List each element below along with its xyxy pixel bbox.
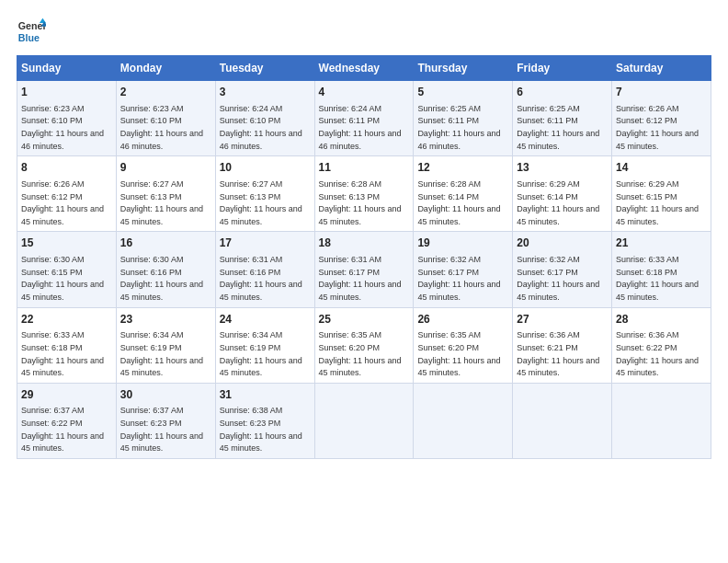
- day-info: Sunrise: 6:26 AMSunset: 6:12 PMDaylight:…: [21, 179, 104, 226]
- day-number: 27: [517, 312, 608, 327]
- day-number: 10: [220, 160, 311, 176]
- logo-icon: General Blue: [17, 17, 46, 46]
- day-info: Sunrise: 6:28 AMSunset: 6:14 PMDaylight:…: [417, 179, 500, 226]
- calendar-header-wednesday: Wednesday: [314, 56, 414, 81]
- logo: General Blue: [17, 17, 46, 46]
- header: General Blue: [17, 17, 711, 46]
- day-number: 7: [616, 85, 707, 100]
- calendar-header-thursday: Thursday: [414, 56, 513, 81]
- day-info: Sunrise: 6:29 AMSunset: 6:15 PMDaylight:…: [616, 179, 699, 226]
- calendar-cell: 24Sunrise: 6:34 AMSunset: 6:19 PMDayligh…: [215, 307, 314, 383]
- calendar-cell: 5Sunrise: 6:25 AMSunset: 6:11 PMDaylight…: [414, 81, 513, 156]
- calendar-cell: 9Sunrise: 6:27 AMSunset: 6:13 PMDaylight…: [116, 156, 215, 232]
- calendar-cell: 2Sunrise: 6:23 AMSunset: 6:10 PMDaylight…: [116, 81, 215, 156]
- day-info: Sunrise: 6:33 AMSunset: 6:18 PMDaylight:…: [616, 255, 699, 302]
- day-number: 14: [616, 160, 707, 176]
- calendar-header-row: SundayMondayTuesdayWednesdayThursdayFrid…: [17, 56, 711, 81]
- day-number: 19: [417, 236, 508, 251]
- calendar-cell: 1Sunrise: 6:23 AMSunset: 6:10 PMDaylight…: [17, 81, 117, 156]
- calendar-header-friday: Friday: [513, 56, 612, 81]
- day-info: Sunrise: 6:31 AMSunset: 6:16 PMDaylight:…: [220, 255, 302, 302]
- calendar-cell: 30Sunrise: 6:37 AMSunset: 6:23 PMDayligh…: [116, 383, 215, 458]
- day-number: 21: [616, 236, 707, 251]
- day-info: Sunrise: 6:30 AMSunset: 6:15 PMDaylight:…: [21, 255, 104, 302]
- calendar-cell: 10Sunrise: 6:27 AMSunset: 6:13 PMDayligh…: [215, 156, 314, 232]
- calendar-cell: 17Sunrise: 6:31 AMSunset: 6:16 PMDayligh…: [215, 232, 314, 307]
- calendar-cell: 21Sunrise: 6:33 AMSunset: 6:18 PMDayligh…: [612, 232, 711, 307]
- day-number: 2: [120, 85, 211, 100]
- page: General Blue SundayMondayTuesdayWednesda…: [0, 0, 728, 563]
- day-number: 8: [21, 160, 112, 176]
- calendar-cell: 29Sunrise: 6:37 AMSunset: 6:22 PMDayligh…: [17, 383, 117, 458]
- calendar-cell: 28Sunrise: 6:36 AMSunset: 6:22 PMDayligh…: [612, 307, 711, 383]
- calendar-cell: 7Sunrise: 6:26 AMSunset: 6:12 PMDaylight…: [612, 81, 711, 156]
- calendar-cell: 18Sunrise: 6:31 AMSunset: 6:17 PMDayligh…: [314, 232, 414, 307]
- day-info: Sunrise: 6:23 AMSunset: 6:10 PMDaylight:…: [21, 104, 104, 151]
- calendar-week-row: 8Sunrise: 6:26 AMSunset: 6:12 PMDaylight…: [17, 156, 711, 232]
- calendar-cell: [612, 383, 711, 458]
- calendar-table: SundayMondayTuesdayWednesdayThursdayFrid…: [17, 55, 711, 459]
- day-info: Sunrise: 6:27 AMSunset: 6:13 PMDaylight:…: [120, 179, 203, 226]
- calendar-cell: 20Sunrise: 6:32 AMSunset: 6:17 PMDayligh…: [513, 232, 612, 307]
- calendar-cell: 6Sunrise: 6:25 AMSunset: 6:11 PMDaylight…: [513, 81, 612, 156]
- day-info: Sunrise: 6:36 AMSunset: 6:22 PMDaylight:…: [616, 330, 699, 377]
- calendar-cell: [513, 383, 612, 458]
- calendar-cell: 4Sunrise: 6:24 AMSunset: 6:11 PMDaylight…: [314, 81, 414, 156]
- calendar-cell: 16Sunrise: 6:30 AMSunset: 6:16 PMDayligh…: [116, 232, 215, 307]
- day-number: 5: [417, 85, 508, 100]
- calendar-week-row: 1Sunrise: 6:23 AMSunset: 6:10 PMDaylight…: [17, 81, 711, 156]
- day-number: 13: [517, 160, 608, 176]
- day-info: Sunrise: 6:30 AMSunset: 6:16 PMDaylight:…: [120, 255, 203, 302]
- calendar-cell: [414, 383, 513, 458]
- day-number: 26: [417, 312, 508, 327]
- day-info: Sunrise: 6:34 AMSunset: 6:19 PMDaylight:…: [120, 330, 203, 377]
- day-number: 18: [319, 236, 410, 251]
- day-number: 16: [120, 236, 211, 251]
- calendar-week-row: 29Sunrise: 6:37 AMSunset: 6:22 PMDayligh…: [17, 383, 711, 458]
- day-number: 29: [21, 387, 112, 403]
- day-info: Sunrise: 6:35 AMSunset: 6:20 PMDaylight:…: [319, 330, 402, 377]
- day-info: Sunrise: 6:23 AMSunset: 6:10 PMDaylight:…: [120, 104, 203, 151]
- day-number: 30: [120, 387, 211, 403]
- day-info: Sunrise: 6:25 AMSunset: 6:11 PMDaylight:…: [417, 104, 500, 151]
- day-number: 22: [21, 312, 112, 327]
- calendar-header-sunday: Sunday: [17, 56, 117, 81]
- day-number: 24: [220, 312, 311, 327]
- day-info: Sunrise: 6:25 AMSunset: 6:11 PMDaylight:…: [517, 104, 599, 151]
- day-number: 25: [319, 312, 410, 327]
- calendar-header-tuesday: Tuesday: [215, 56, 314, 81]
- day-number: 6: [517, 85, 608, 100]
- day-info: Sunrise: 6:36 AMSunset: 6:21 PMDaylight:…: [517, 330, 599, 377]
- calendar-cell: [314, 383, 414, 458]
- day-number: 23: [120, 312, 211, 327]
- day-number: 15: [21, 236, 112, 251]
- svg-text:Blue: Blue: [18, 32, 40, 43]
- calendar-cell: 26Sunrise: 6:35 AMSunset: 6:20 PMDayligh…: [414, 307, 513, 383]
- day-info: Sunrise: 6:31 AMSunset: 6:17 PMDaylight:…: [319, 255, 402, 302]
- calendar-cell: 13Sunrise: 6:29 AMSunset: 6:14 PMDayligh…: [513, 156, 612, 232]
- day-info: Sunrise: 6:34 AMSunset: 6:19 PMDaylight:…: [220, 330, 302, 377]
- calendar-cell: 8Sunrise: 6:26 AMSunset: 6:12 PMDaylight…: [17, 156, 117, 232]
- day-info: Sunrise: 6:24 AMSunset: 6:11 PMDaylight:…: [319, 104, 402, 151]
- calendar-cell: 11Sunrise: 6:28 AMSunset: 6:13 PMDayligh…: [314, 156, 414, 232]
- calendar-cell: 3Sunrise: 6:24 AMSunset: 6:10 PMDaylight…: [215, 81, 314, 156]
- day-number: 28: [616, 312, 707, 327]
- day-info: Sunrise: 6:38 AMSunset: 6:23 PMDaylight:…: [220, 406, 302, 453]
- calendar-week-row: 22Sunrise: 6:33 AMSunset: 6:18 PMDayligh…: [17, 307, 711, 383]
- day-number: 12: [417, 160, 508, 176]
- day-number: 11: [319, 160, 410, 176]
- day-info: Sunrise: 6:32 AMSunset: 6:17 PMDaylight:…: [417, 255, 500, 302]
- day-info: Sunrise: 6:26 AMSunset: 6:12 PMDaylight:…: [616, 104, 699, 151]
- calendar-cell: 19Sunrise: 6:32 AMSunset: 6:17 PMDayligh…: [414, 232, 513, 307]
- calendar-cell: 14Sunrise: 6:29 AMSunset: 6:15 PMDayligh…: [612, 156, 711, 232]
- calendar-cell: 31Sunrise: 6:38 AMSunset: 6:23 PMDayligh…: [215, 383, 314, 458]
- calendar-cell: 23Sunrise: 6:34 AMSunset: 6:19 PMDayligh…: [116, 307, 215, 383]
- day-info: Sunrise: 6:35 AMSunset: 6:20 PMDaylight:…: [417, 330, 500, 377]
- day-info: Sunrise: 6:37 AMSunset: 6:23 PMDaylight:…: [120, 406, 203, 453]
- calendar-cell: 27Sunrise: 6:36 AMSunset: 6:21 PMDayligh…: [513, 307, 612, 383]
- calendar-header-saturday: Saturday: [612, 56, 711, 81]
- day-number: 17: [220, 236, 311, 251]
- calendar-week-row: 15Sunrise: 6:30 AMSunset: 6:15 PMDayligh…: [17, 232, 711, 307]
- day-number: 3: [220, 85, 311, 100]
- day-number: 9: [120, 160, 211, 176]
